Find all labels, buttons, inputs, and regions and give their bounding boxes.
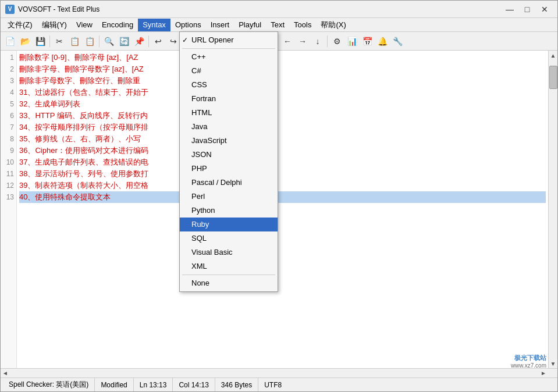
pin-button[interactable]: 📌: [132, 34, 146, 48]
toolbar: 📄 📂 💾 ✂ 📋 📋 🔍 🔄 📌 ↩ ↪ ⇥ ⇤ ↕ ¶ ✉ ☰ ← → ↓ …: [1, 32, 557, 51]
close-button[interactable]: ✕: [536, 3, 553, 16]
window-title: VOVSOFT - Text Edit Plus: [18, 5, 502, 13]
menu-tools[interactable]: Tools: [289, 19, 316, 31]
arrow-down-button[interactable]: ↓: [311, 34, 325, 48]
syntax-html[interactable]: HTML: [180, 106, 278, 120]
paste-button[interactable]: 📋: [83, 34, 97, 48]
menu-text[interactable]: Text: [266, 19, 289, 31]
toolbar-separator-2: [99, 35, 99, 47]
extra2-button[interactable]: 📊: [345, 34, 359, 48]
status-bar: Spell Checker: 英语(美国) Modified Ln 13:13 …: [1, 377, 557, 391]
arrow-left-button[interactable]: ←: [280, 34, 294, 48]
menu-encoding[interactable]: Encoding: [97, 19, 138, 31]
menu-file[interactable]: 文件(Z): [3, 19, 37, 31]
syntax-none[interactable]: None: [180, 276, 278, 290]
status-size: 346 Bytes: [215, 378, 258, 391]
syntax-java[interactable]: Java: [180, 120, 278, 134]
menu-playful[interactable]: Playful: [234, 19, 266, 31]
line-num-7: 7: [1, 122, 16, 133]
column-label: Col 14:13: [179, 381, 208, 389]
syntax-visual-basic[interactable]: Visual Basic: [180, 245, 278, 259]
scroll-right-arrow[interactable]: ►: [539, 369, 548, 378]
scroll-thumb[interactable]: [549, 66, 557, 89]
menu-edit[interactable]: 编辑(Y): [37, 19, 72, 31]
status-column: Col 14:13: [173, 378, 215, 391]
editor-line-7: 34、按字母顺序排列行（按字母顺序排: [19, 122, 546, 133]
syntax-json[interactable]: JSON: [180, 148, 278, 162]
line-num-4: 4: [1, 87, 16, 98]
scroll-track[interactable]: [549, 60, 558, 359]
menu-view[interactable]: View: [72, 19, 97, 31]
syntax-fortran[interactable]: Fortran: [180, 92, 278, 106]
syntax-css[interactable]: CSS: [180, 78, 278, 92]
syntax-xml[interactable]: XML: [180, 259, 278, 273]
syntax-pascal[interactable]: Pascal / Delphi: [180, 176, 278, 190]
menu-bar: 文件(Z) 编辑(Y) View Encoding Syntax Options…: [1, 18, 557, 32]
editor-line-2: 刪除非字母、刪除字母数字 [az]、[AZ: [19, 63, 546, 75]
watermark-url: www.xz7.com: [511, 362, 546, 369]
line-num-9: 9: [1, 145, 16, 156]
line-num-2: 2: [1, 63, 16, 75]
scroll-corner: [548, 369, 557, 378]
arrow-right-button[interactable]: →: [296, 34, 310, 48]
app-icon: V: [5, 5, 15, 14]
line-num-12: 12: [1, 180, 16, 191]
editor-line-13: 40、使用特殊命令提取文本: [19, 191, 546, 203]
syntax-url-opener[interactable]: URL Opener: [180, 33, 278, 47]
redo-button[interactable]: ↪: [166, 34, 180, 48]
extra3-button[interactable]: 📅: [360, 34, 374, 48]
toolbar-separator-6: [327, 35, 328, 47]
scroll-left-arrow[interactable]: ◄: [1, 369, 10, 378]
scroll-h-track[interactable]: [10, 369, 539, 378]
syntax-ruby[interactable]: Ruby: [180, 218, 278, 231]
main-window: V VOVSOFT - Text Edit Plus — □ ✕ 文件(Z) 编…: [0, 0, 558, 392]
title-controls: — □ ✕: [502, 3, 553, 16]
extra1-button[interactable]: ⚙: [330, 34, 344, 48]
syntax-separator-1: [182, 48, 275, 49]
syntax-sql[interactable]: SQL: [180, 231, 278, 245]
editor-line-12: 39、制表符选项（制表符大小、用空格: [19, 180, 546, 191]
copy-button[interactable]: 📋: [67, 34, 81, 48]
replace-button[interactable]: 🔄: [117, 34, 131, 48]
vertical-scrollbar[interactable]: ▲ ▼: [548, 51, 557, 368]
syntax-python[interactable]: Python: [180, 204, 278, 218]
cut-button[interactable]: ✂: [52, 34, 66, 48]
editor-container: 1 2 3 4 5 6 7 8 9 10 11 12 13 刪除数字 [0-9]…: [1, 51, 557, 368]
watermark: 极光下载站 www.xz7.com: [511, 354, 546, 369]
position-label: Ln 13:13: [140, 381, 167, 389]
editor-line-1: 刪除数字 [0-9]、刪除字母 [az]、[AZ: [19, 52, 546, 63]
menu-syntax[interactable]: Syntax: [138, 19, 170, 31]
syntax-php[interactable]: PHP: [180, 162, 278, 176]
save-button[interactable]: 💾: [33, 34, 47, 48]
syntax-perl[interactable]: Perl: [180, 190, 278, 204]
new-button[interactable]: 📄: [3, 34, 17, 48]
line-numbers: 1 2 3 4 5 6 7 8 9 10 11 12 13: [1, 51, 17, 368]
editor-content[interactable]: 刪除数字 [0-9]、刪除字母 [az]、[AZ 刪除非字母、刪除字母数字 [a…: [17, 51, 548, 368]
menu-options[interactable]: Options: [170, 19, 206, 31]
open-button[interactable]: 📂: [18, 34, 32, 48]
line-num-3: 3: [1, 75, 16, 87]
minimize-button[interactable]: —: [502, 3, 518, 16]
scroll-down-arrow[interactable]: ▼: [549, 359, 558, 368]
extra4-button[interactable]: 🔔: [375, 34, 389, 48]
syntax-cpp[interactable]: C++: [180, 50, 278, 64]
editor-line-9: 36、Cipher：使用密码对文本进行编码: [19, 145, 546, 156]
encoding-label: UTF8: [264, 381, 282, 389]
extra5-button[interactable]: 🔧: [390, 34, 404, 48]
syntax-dropdown-menu: URL Opener C++ C# CSS Fortran HTML Java …: [179, 31, 278, 292]
syntax-javascript[interactable]: JavaScript: [180, 134, 278, 148]
line-num-10: 10: [1, 156, 16, 168]
menu-insert[interactable]: Insert: [206, 19, 234, 31]
syntax-csharp[interactable]: C#: [180, 64, 278, 78]
maximize-button[interactable]: □: [519, 3, 535, 16]
status-modified: Modified: [95, 378, 133, 391]
horizontal-scrollbar[interactable]: ◄ ►: [1, 368, 557, 377]
line-num-1: 1: [1, 52, 16, 63]
line-num-6: 6: [1, 110, 16, 122]
undo-button[interactable]: ↩: [151, 34, 165, 48]
scroll-up-arrow[interactable]: ▲: [549, 51, 558, 60]
editor-line-8: 35、修剪线（左、右、两者）、小写: [19, 133, 546, 145]
search-button[interactable]: 🔍: [102, 34, 116, 48]
modified-label: Modified: [101, 381, 127, 389]
menu-help[interactable]: 帮助(X): [316, 19, 350, 31]
